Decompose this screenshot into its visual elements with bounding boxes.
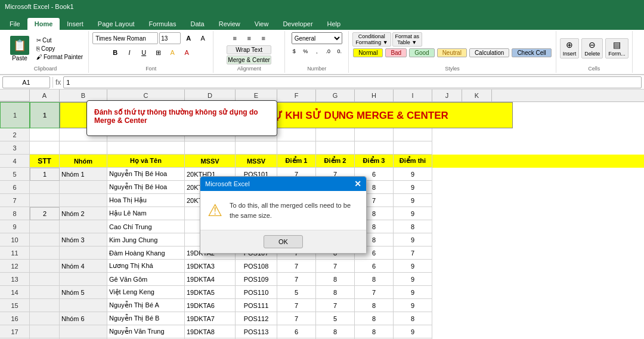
col-header-d[interactable]: D bbox=[185, 90, 236, 101]
cell-d13[interactable]: 19DKTA4 bbox=[185, 273, 236, 286]
cell-b14[interactable]: Nhóm 5 bbox=[60, 286, 107, 299]
col-header-i[interactable]: I bbox=[394, 90, 432, 101]
font-grow-button[interactable]: A bbox=[182, 32, 195, 44]
cell-a12[interactable] bbox=[30, 260, 60, 273]
cell-a16[interactable] bbox=[30, 312, 60, 325]
tab-data[interactable]: Data bbox=[183, 18, 211, 30]
cell-g13[interactable]: 8 bbox=[316, 273, 355, 286]
cell-b3[interactable] bbox=[60, 141, 107, 155]
cell-d17[interactable]: 19DKTA8 bbox=[185, 325, 236, 338]
col-header-c[interactable]: C bbox=[107, 90, 185, 101]
col-header-a[interactable]: A bbox=[30, 90, 60, 101]
cell-c11[interactable]: Đàm Hoàng Khang bbox=[107, 246, 185, 260]
wrap-text-button[interactable]: Wrap Text bbox=[227, 45, 271, 54]
cell-b11[interactable] bbox=[60, 246, 107, 260]
cell-f17[interactable]: 6 bbox=[277, 325, 316, 338]
cell-b8[interactable]: Nhóm 2 bbox=[60, 207, 107, 220]
cell-h14[interactable]: 7 bbox=[355, 286, 394, 299]
style-bad[interactable]: Bad bbox=[385, 48, 407, 57]
cell-b16[interactable]: Nhóm 6 bbox=[60, 312, 107, 325]
currency-button[interactable]: $ bbox=[289, 45, 299, 57]
cell-a3[interactable] bbox=[30, 141, 60, 155]
tab-page-layout[interactable]: Page Layout bbox=[91, 18, 142, 30]
cell-f2[interactable] bbox=[277, 128, 316, 141]
cell-b4[interactable]: Nhóm bbox=[60, 155, 107, 168]
cell-c6[interactable]: Nguyễn Thị Bé Hoa bbox=[107, 181, 185, 194]
cell-e12[interactable]: POS108 bbox=[236, 260, 277, 273]
cell-f14[interactable]: 5 bbox=[277, 286, 316, 299]
dialog-close-icon[interactable]: ✕ bbox=[354, 179, 361, 189]
conditional-formatting-button[interactable]: ConditionalFormatting ▼ bbox=[352, 32, 391, 47]
col-header-j[interactable]: J bbox=[432, 90, 462, 101]
tab-help[interactable]: Help bbox=[320, 18, 348, 30]
cell-c13[interactable]: Gê Văn Gôm bbox=[107, 273, 185, 286]
cell-c17[interactable]: Nguyễn Văn Trung bbox=[107, 325, 185, 338]
border-button[interactable]: ⊞ bbox=[151, 47, 165, 58]
cell-a6[interactable] bbox=[30, 181, 60, 194]
cell-i9[interactable]: 8 bbox=[394, 220, 432, 233]
tab-formulas[interactable]: Formulas bbox=[142, 18, 184, 30]
cell-b9[interactable] bbox=[60, 220, 107, 233]
font-color-button[interactable]: A bbox=[180, 47, 193, 58]
cell-a8[interactable]: 2 bbox=[30, 207, 60, 220]
align-right-button[interactable]: ≡ bbox=[257, 32, 270, 44]
merge-center-button[interactable]: Merge & Center bbox=[227, 56, 271, 64]
cell-b15[interactable] bbox=[60, 299, 107, 312]
cell-a5[interactable]: 1 bbox=[30, 168, 60, 181]
cell-a14[interactable] bbox=[30, 286, 60, 299]
cell-g4[interactable]: Điểm 2 bbox=[316, 155, 355, 168]
style-check-cell[interactable]: Check Cell bbox=[512, 48, 551, 57]
cell-a11[interactable] bbox=[30, 246, 60, 260]
cell-c9[interactable]: Cao Chí Trung bbox=[107, 220, 185, 233]
underline-button[interactable]: U bbox=[137, 47, 150, 58]
cell-a15[interactable] bbox=[30, 299, 60, 312]
cell-h2[interactable] bbox=[355, 128, 394, 141]
cell-b6[interactable] bbox=[60, 181, 107, 194]
dialog-ok-button[interactable]: OK bbox=[264, 235, 303, 248]
cell-i8[interactable]: 9 bbox=[394, 207, 432, 220]
increase-decimal-button[interactable]: .0 bbox=[323, 45, 333, 57]
style-good[interactable]: Good bbox=[409, 48, 434, 57]
align-center-button[interactable]: ≡ bbox=[243, 32, 256, 44]
col-header-e[interactable]: E bbox=[236, 90, 277, 101]
cell-i11[interactable]: 7 bbox=[394, 246, 432, 260]
cell-i10[interactable]: 9 bbox=[394, 233, 432, 246]
cell-e17[interactable]: POS113 bbox=[236, 325, 277, 338]
comma-button[interactable]: , bbox=[311, 45, 322, 57]
align-left-button[interactable]: ≡ bbox=[228, 32, 242, 44]
italic-button[interactable]: I bbox=[123, 47, 136, 58]
cell-b13[interactable] bbox=[60, 273, 107, 286]
name-box[interactable] bbox=[2, 76, 50, 88]
col-header-k[interactable]: K bbox=[462, 90, 492, 101]
col-header-b[interactable]: B bbox=[60, 90, 107, 101]
cell-g14[interactable]: 8 bbox=[316, 286, 355, 299]
format-as-table-button[interactable]: Format asTable ▼ bbox=[392, 32, 423, 47]
font-name-selector[interactable] bbox=[92, 32, 158, 44]
cell-i2[interactable] bbox=[394, 128, 432, 141]
tab-developer[interactable]: Developer bbox=[275, 18, 320, 30]
cell-d3[interactable] bbox=[185, 141, 236, 155]
format-cells-button[interactable]: ▤ Form... bbox=[605, 38, 628, 58]
cell-g3[interactable] bbox=[316, 141, 355, 155]
col-header-g[interactable]: G bbox=[316, 90, 355, 101]
cell-a10[interactable] bbox=[30, 233, 60, 246]
fill-color-button[interactable]: A bbox=[166, 47, 179, 58]
cell-c3[interactable] bbox=[107, 141, 185, 155]
cell-e13[interactable]: POS109 bbox=[236, 273, 277, 286]
cell-g16[interactable]: 5 bbox=[316, 312, 355, 325]
cell-a9[interactable] bbox=[30, 220, 60, 233]
cell-c12[interactable]: Lương Thị Khá bbox=[107, 260, 185, 273]
cell-d16[interactable]: 19DKTA7 bbox=[185, 312, 236, 325]
cell-e3[interactable] bbox=[236, 141, 277, 155]
cell-g12[interactable]: 7 bbox=[316, 260, 355, 273]
paste-button[interactable]: 📋 Paste bbox=[6, 34, 33, 63]
cell-c8[interactable]: Hậu Lê Nam bbox=[107, 207, 185, 220]
cell-c5[interactable]: Nguyễn Thị Bé Hoa bbox=[107, 168, 185, 181]
cell-h3[interactable] bbox=[355, 141, 394, 155]
cell-b7[interactable] bbox=[60, 194, 107, 207]
font-size-selector[interactable] bbox=[159, 32, 181, 44]
number-format-selector[interactable]: General bbox=[292, 32, 342, 44]
cell-e15[interactable]: POS111 bbox=[236, 299, 277, 312]
cell-i12[interactable]: 9 bbox=[394, 260, 432, 273]
cell-b12[interactable]: Nhóm 4 bbox=[60, 260, 107, 273]
